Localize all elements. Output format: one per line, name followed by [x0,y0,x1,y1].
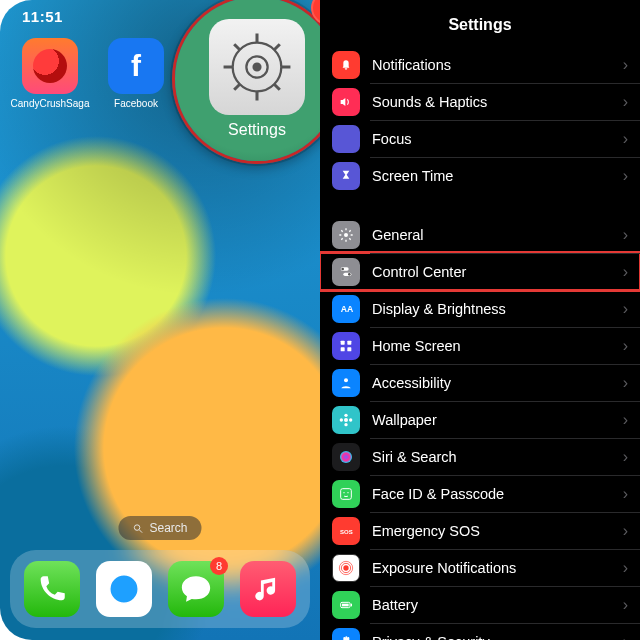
chevron-right-icon: › [623,130,628,148]
row-label: Siri & Search [372,449,623,465]
row-label: Accessibility [372,375,623,391]
svg-point-32 [349,418,352,421]
svg-text:AA: AA [341,304,354,314]
bell-icon [332,51,360,79]
svg-point-17 [344,233,348,237]
svg-point-35 [343,492,344,493]
row-label: Exposure Notifications [372,560,623,576]
dock-safari[interactable] [96,561,152,617]
settings-row-exposure-notifications[interactable]: Exposure Notifications› [320,549,640,586]
settings-row-display-brightness[interactable]: AADisplay & Brightness› [320,290,640,327]
spotlight-search[interactable]: Search [118,516,201,540]
settings-row-focus[interactable]: Focus› [320,120,640,157]
settings-app-label: Settings [228,121,286,139]
app-label: Facebook [114,98,158,109]
app-label: F [219,98,225,109]
chevron-right-icon: › [623,226,628,244]
settings-row-siri-search[interactable]: Siri & Search› [320,438,640,475]
row-label: Wallpaper [372,412,623,428]
settings-row-control-center[interactable]: Control Center› [320,253,640,290]
row-label: Display & Brightness [372,301,623,317]
person-icon [332,369,360,397]
home-icon-row: CandyCrushSaga f Facebook F [0,38,320,109]
row-label: Control Center [372,264,623,280]
phone-icon [35,572,69,606]
chevron-right-icon: › [623,559,628,577]
facebook-icon: f [108,38,164,94]
row-label: Emergency SOS [372,523,623,539]
row-label: Sounds & Haptics [372,94,623,110]
row-label: Focus [372,131,623,147]
hourglass-icon [332,162,360,190]
dock-phone[interactable] [24,561,80,617]
dock: 8 [10,550,310,628]
page-title: Settings [320,0,640,46]
notification-badge: 3 [311,0,320,25]
safari-icon [107,572,141,606]
svg-point-33 [340,451,352,463]
svg-rect-25 [341,347,345,351]
row-label: Home Screen [372,338,623,354]
app-facebook[interactable]: f Facebook [104,38,168,109]
svg-point-38 [343,565,348,570]
chevron-right-icon: › [623,633,628,641]
svg-point-29 [344,413,347,416]
svg-point-21 [348,273,351,276]
settings-row-screen-time[interactable]: Screen Time› [320,157,640,194]
svg-point-30 [344,423,347,426]
settings-row-general[interactable]: General› [320,216,640,253]
app-candycrush[interactable]: CandyCrushSaga [18,38,82,109]
svg-rect-34 [341,488,352,499]
settings-row-battery[interactable]: Battery› [320,586,640,623]
svg-point-19 [341,267,344,270]
settings-group2: General›Control Center›AADisplay & Brigh… [320,216,640,640]
svg-line-12 [139,529,142,532]
dock-music[interactable] [240,561,296,617]
chevron-right-icon: › [623,56,628,74]
dock-messages[interactable]: 8 [168,561,224,617]
battery-icon [332,591,360,619]
chevron-right-icon: › [623,411,628,429]
partial-app-icon [194,38,250,94]
row-label: Notifications [372,57,623,73]
svg-rect-23 [341,340,345,344]
settings-row-emergency-sos[interactable]: SOSEmergency SOS› [320,512,640,549]
siri-icon [332,443,360,471]
switches-icon [332,258,360,286]
settings-row-face-id-passcode[interactable]: Face ID & Passcode› [320,475,640,512]
svg-point-11 [134,524,140,530]
svg-point-28 [344,418,348,422]
app-partial[interactable]: F [190,38,254,109]
gear-icon [332,221,360,249]
settings-row-privacy-security[interactable]: Privacy & Security› [320,623,640,640]
svg-point-27 [344,378,348,382]
chevron-right-icon: › [623,374,628,392]
search-icon [132,523,143,534]
svg-text:SOS: SOS [340,528,353,534]
svg-rect-43 [351,603,352,606]
search-label: Search [149,521,187,535]
flower-icon [332,406,360,434]
chevron-right-icon: › [623,596,628,614]
hand-icon [332,628,360,641]
exposure-icon [332,554,360,582]
settings-row-sounds-haptics[interactable]: Sounds & Haptics› [320,83,640,120]
moon-icon [332,125,360,153]
chevron-right-icon: › [623,167,628,185]
chevron-right-icon: › [623,300,628,318]
chevron-right-icon: › [623,485,628,503]
messages-icon [179,572,213,606]
settings-row-home-screen[interactable]: Home Screen› [320,327,640,364]
home-screen: 11:51 CandyCrushSaga f Facebook F 3 [0,0,320,640]
app-label: CandyCrushSaga [11,98,90,109]
music-icon [251,572,285,606]
settings-row-accessibility[interactable]: Accessibility› [320,364,640,401]
messages-badge: 8 [210,557,228,575]
settings-list[interactable]: Notifications›Sounds & Haptics›Focus›Scr… [320,46,640,640]
grid-icon [332,332,360,360]
row-label: General [372,227,623,243]
svg-rect-24 [347,340,351,344]
settings-row-wallpaper[interactable]: Wallpaper› [320,401,640,438]
settings-row-notifications[interactable]: Notifications› [320,46,640,83]
status-time: 11:51 [22,8,63,25]
